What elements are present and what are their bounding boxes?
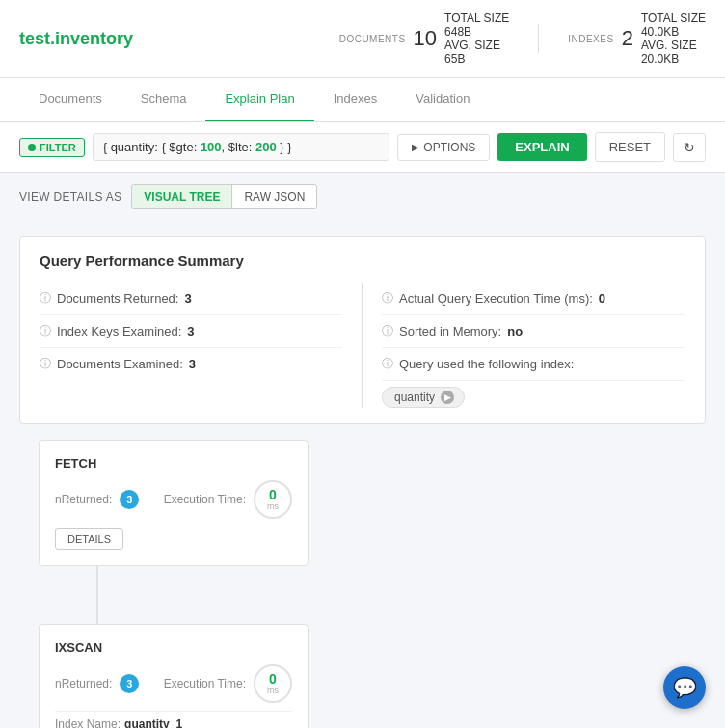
indexes-size-stats: TOTAL SIZE 40.0KB AVG. SIZE 20.0KB	[641, 12, 706, 66]
fetch-details-container: DETAILS	[55, 528, 292, 550]
total-size-label: TOTAL SIZE	[444, 12, 509, 25]
tab-validation[interactable]: Validation	[396, 78, 489, 121]
tab-explain-plan[interactable]: Explain Plan	[205, 78, 313, 121]
exec-time-label: Actual Query Execution Time (ms):	[399, 291, 593, 306]
ixscan-stage-metrics: nReturned: 3 Execution Time: 0 ms	[55, 664, 292, 703]
indexes-avg-size-value: 20.0KB	[641, 52, 706, 66]
execution-tree: FETCH nReturned: 3 Execution Time: 0 ms …	[19, 440, 706, 728]
app-logo: test.inventory	[19, 29, 133, 49]
indexes-value: 2	[622, 26, 633, 51]
fetch-stage-title: FETCH	[55, 456, 292, 471]
docs-returned-label: Documents Returned:	[57, 291, 178, 306]
tree-connector	[96, 566, 98, 624]
view-btn-group: VISUAL TREE RAW JSON	[131, 184, 317, 209]
ixscan-exectime-unit: ms	[267, 686, 279, 695]
documents-value: 10	[414, 26, 437, 51]
info-icon-index-used: ⓘ	[382, 356, 393, 372]
indexes-avg-size-label: AVG. SIZE	[641, 39, 706, 52]
docs-returned-value: 3	[184, 291, 191, 306]
ixscan-index-name-value: quantity_1	[124, 717, 182, 728]
performance-summary-title: Query Performance Summary	[40, 253, 685, 269]
fetch-details-button[interactable]: DETAILS	[55, 528, 123, 550]
fetch-nreturned-label: nReturned:	[55, 493, 112, 506]
options-arrow-icon: ▶	[412, 142, 419, 152]
ixscan-exectime-value: 0	[269, 672, 277, 686]
indexes-stat: INDEXES 2 TOTAL SIZE 40.0KB AVG. SIZE 20…	[568, 12, 706, 66]
refresh-button[interactable]: ↻	[673, 133, 706, 162]
ixscan-exectime-label: Execution Time:	[164, 677, 246, 690]
fetch-stage-metrics: nReturned: 3 Execution Time: 0 ms	[55, 480, 292, 519]
toolbar: FILTER { quantity: { $gte: 100, $lte: 20…	[0, 122, 725, 173]
view-toggle-label: VIEW DETAILS AS	[19, 190, 121, 203]
info-icon-sorted: ⓘ	[382, 323, 393, 339]
documents-label: DOCUMENTS	[339, 34, 406, 44]
explain-button[interactable]: EXPLAIN	[497, 133, 586, 161]
reset-button[interactable]: RESET	[595, 132, 665, 162]
stat-divider	[538, 24, 539, 53]
info-icon-docs-returned: ⓘ	[40, 290, 51, 307]
index-keys-value: 3	[187, 324, 194, 338]
performance-summary: Query Performance Summary ⓘ Documents Re…	[19, 236, 706, 424]
info-icon-docs-examined: ⓘ	[40, 356, 51, 372]
fetch-nreturned-value: 3	[120, 490, 139, 509]
ixscan-nreturned-label: nReturned:	[55, 677, 112, 690]
avg-size-value: 65B	[444, 52, 509, 66]
ixscan-nreturned: nReturned: 3	[55, 674, 139, 693]
index-tag-container: quantity ▶	[382, 381, 685, 408]
fetch-exectime-value: 0	[269, 488, 277, 501]
indexes-label: INDEXES	[568, 34, 613, 44]
docs-examined-label: Documents Examined:	[57, 357, 183, 371]
nav-tabs: Documents Schema Explain Plan Indexes Va…	[0, 78, 725, 122]
documents-size-stats: TOTAL SIZE 648B AVG. SIZE 65B	[444, 12, 509, 66]
docs-examined-value: 3	[189, 357, 196, 371]
ixscan-nreturned-value: 3	[120, 674, 139, 693]
info-icon-index-keys: ⓘ	[40, 323, 51, 339]
sorted-value: no	[507, 324, 523, 338]
options-label: OPTIONS	[423, 141, 475, 154]
main-content: Query Performance Summary ⓘ Documents Re…	[0, 221, 725, 728]
ixscan-index-name-row: Index Name: quantity_1	[55, 717, 292, 728]
perf-row-docs-examined: ⓘ Documents Examined: 3	[40, 348, 342, 380]
ixscan-index-name-label: Index Name:	[55, 717, 121, 728]
options-button[interactable]: ▶ OPTIONS	[397, 134, 490, 161]
tab-schema[interactable]: Schema	[121, 78, 206, 121]
view-toggle: VIEW DETAILS AS VISUAL TREE RAW JSON	[0, 173, 725, 221]
index-tag-name: quantity	[394, 391, 435, 404]
index-keys-label: Index Keys Examined:	[57, 324, 181, 338]
performance-grid: ⓘ Documents Returned: 3 ⓘ Index Keys Exa…	[40, 283, 685, 408]
perf-row-index-keys: ⓘ Index Keys Examined: 3	[40, 315, 342, 348]
index-used-label: Query used the following index:	[399, 357, 574, 371]
perf-row-exec-time: ⓘ Actual Query Execution Time (ms): 0	[382, 283, 685, 315]
tab-documents[interactable]: Documents	[19, 78, 121, 121]
perf-right-column: ⓘ Actual Query Execution Time (ms): 0 ⓘ …	[362, 283, 685, 408]
perf-left-column: ⓘ Documents Returned: 3 ⓘ Index Keys Exa…	[40, 283, 362, 408]
index-arrow-icon: ▶	[441, 391, 454, 404]
fetch-stage: FETCH nReturned: 3 Execution Time: 0 ms …	[39, 440, 309, 566]
indexes-total-size-label: TOTAL SIZE	[641, 12, 706, 25]
ixscan-stage: IXSCAN nReturned: 3 Execution Time: 0 ms…	[39, 624, 309, 728]
perf-row-docs-returned: ⓘ Documents Returned: 3	[40, 283, 342, 315]
fetch-exectime-unit: ms	[267, 501, 279, 511]
perf-row-sorted-memory: ⓘ Sorted in Memory: no	[382, 315, 685, 348]
tab-indexes[interactable]: Indexes	[314, 78, 397, 121]
documents-stat: DOCUMENTS 10 TOTAL SIZE 648B AVG. SIZE 6…	[339, 12, 510, 66]
header: test.inventory DOCUMENTS 10 TOTAL SIZE 6…	[0, 0, 725, 78]
chat-bubble[interactable]: 💬	[663, 666, 706, 709]
exec-time-value: 0	[599, 291, 605, 306]
header-stats: DOCUMENTS 10 TOTAL SIZE 648B AVG. SIZE 6…	[339, 12, 706, 66]
avg-size-label: AVG. SIZE	[444, 39, 509, 52]
filter-label: FILTER	[40, 142, 76, 153]
index-tag[interactable]: quantity ▶	[382, 387, 465, 408]
visual-tree-button[interactable]: VISUAL TREE	[132, 185, 232, 208]
chat-icon: 💬	[673, 676, 697, 699]
ixscan-stage-title: IXSCAN	[55, 640, 292, 655]
sorted-label: Sorted in Memory:	[399, 324, 501, 338]
logo-suffix: .inventory	[50, 29, 133, 48]
ixscan-exectime-circle: 0 ms	[254, 664, 292, 703]
ixscan-divider-1	[55, 711, 292, 712]
filter-query[interactable]: { quantity: { $gte: 100, $lte: 200 } }	[93, 133, 390, 161]
indexes-total-size-value: 40.0KB	[641, 25, 706, 39]
fetch-exectime: Execution Time: 0 ms	[164, 480, 292, 519]
raw-json-button[interactable]: RAW JSON	[232, 185, 316, 208]
filter-badge: FILTER	[19, 138, 85, 157]
